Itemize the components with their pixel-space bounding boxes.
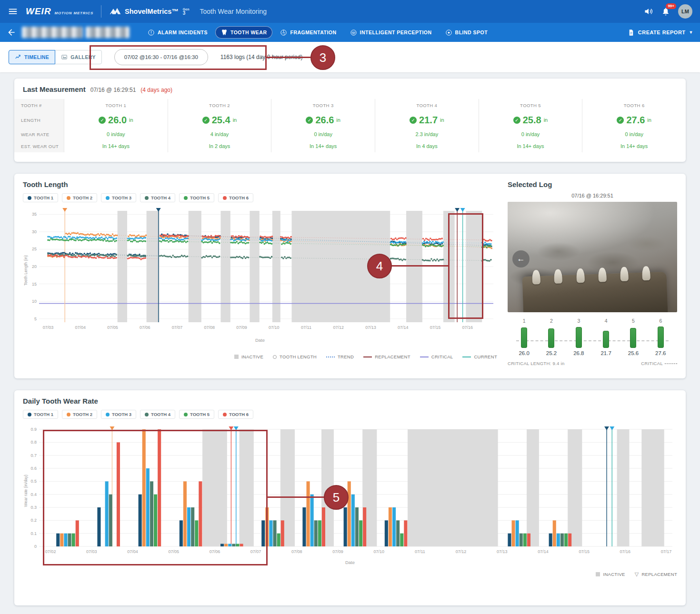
tooth-number: 3 — [577, 318, 580, 324]
wear-rate-series-legend: TOOTH 1TOOTH 2TOOTH 3TOOTH 4TOOTH 5TOOTH… — [23, 410, 677, 419]
series-legend-item[interactable]: TOOTH 6 — [218, 193, 253, 202]
timeline-button[interactable]: TIMELINE — [9, 50, 55, 64]
tooth-wearout-estimate: In 14+ days — [517, 140, 544, 152]
series-color-dot — [145, 196, 149, 200]
svg-text:0.6: 0.6 — [30, 466, 37, 471]
selected-log-title: Selected Log — [508, 180, 677, 188]
series-legend-item[interactable]: TOOTH 1 — [23, 410, 58, 419]
tooth-wearout-estimate: In 4 days — [416, 140, 438, 152]
legend-glyph-line-teal — [462, 357, 471, 357]
series-legend-item[interactable]: TOOTH 5 — [179, 410, 214, 419]
tooth-name: TOOTH 1 — [105, 99, 126, 111]
back-arrow-icon[interactable] — [7, 28, 16, 37]
series-color-dot — [106, 196, 110, 200]
tab-fragmentation[interactable]: FRAGMENTATION — [274, 26, 342, 39]
series-legend-item[interactable]: TOOTH 3 — [101, 193, 136, 202]
tooth-length-indicators: 126.0225.2326.8421.7525.6627.6 — [508, 318, 677, 356]
svg-text:20: 20 — [32, 264, 37, 269]
ok-check-icon: ✓ — [99, 117, 106, 124]
tooth-icon — [221, 29, 228, 36]
legend-glyph-square — [234, 355, 239, 359]
series-legend-item[interactable]: TOOTH 6 — [218, 410, 253, 419]
product-name: ShovelMetrics™ — [125, 8, 179, 15]
svg-text:Tooth Length (in): Tooth Length (in) — [23, 255, 28, 286]
series-color-dot — [145, 413, 149, 416]
chart-legend-item: ▽REPLACEMENT — [635, 572, 677, 577]
chart-legend-item: TREND — [326, 354, 354, 359]
tab-intelligent-perception[interactable]: INTELLIGENT PERCEPTION — [344, 26, 438, 39]
user-avatar[interactable]: LM — [678, 4, 692, 19]
svg-text:07/10: 07/10 — [269, 325, 280, 330]
svg-text:07/03: 07/03 — [43, 325, 54, 330]
legend-glyph-line-dark — [363, 357, 372, 357]
tooth-length-bottom-legend: INACTIVETOOTH LENGTHTRENDREPLACEMENTCRIT… — [23, 354, 497, 359]
measurement-row-labels: TOOTH # LENGTH WEAR RATE EST. WEAR OUT — [14, 99, 64, 152]
tooth-length-bar — [658, 327, 664, 348]
series-legend-label: TOOTH 5 — [190, 195, 210, 200]
series-legend-item[interactable]: TOOTH 1 — [23, 193, 58, 202]
tooth-number: 4 — [605, 318, 608, 324]
series-legend-item[interactable]: TOOTH 4 — [140, 193, 175, 202]
tooth-indicator: 421.7 — [592, 318, 620, 356]
tooth-wear-rate: 0 in/day — [521, 129, 540, 140]
series-color-dot — [223, 413, 227, 416]
series-legend-item[interactable]: TOOTH 2 — [62, 193, 97, 202]
create-report-button[interactable]: CREATE REPORT ▼ — [628, 29, 693, 36]
svg-text:07/08: 07/08 — [291, 549, 302, 554]
tooth-length-bar — [603, 331, 609, 348]
menu-icon[interactable] — [8, 6, 18, 17]
product-generation: Gen3 — [183, 8, 190, 16]
series-legend-label: TOOTH 1 — [34, 195, 53, 200]
tooth-length-value: 27.6 — [626, 115, 645, 126]
svg-text:0.9: 0.9 — [30, 427, 37, 432]
gallery-button[interactable]: GALLERY — [55, 50, 102, 64]
tab-tooth-wear[interactable]: TOOTH WEAR — [215, 26, 273, 39]
shovel-bucket — [522, 272, 668, 312]
tooth-length-bar — [630, 328, 636, 348]
tooth-length-chart[interactable]: Tooth Length (in)510152025303507/0307/04… — [23, 204, 497, 337]
last-measurement-card: Last Measurement 07/16 @ 16:29:51 (4 day… — [14, 79, 686, 162]
tooth-number: 1 — [523, 318, 526, 324]
tooth-length-value: 26.0 — [108, 115, 127, 126]
svg-text:07/09: 07/09 — [332, 549, 343, 554]
series-color-dot — [67, 413, 70, 416]
date-range-selector[interactable]: 07/02 @16:30 - 07/16 @16:30 — [114, 49, 208, 65]
tooth-indicator: 126.0 — [510, 318, 538, 356]
critical-length-text: CRITICAL LENGTH: 9.4 in — [508, 361, 565, 366]
wear-rate-chart[interactable]: Wear rate (in/day)00.10.20.30.40.50.60.7… — [23, 423, 677, 559]
svg-text:07/11: 07/11 — [301, 325, 311, 330]
series-color-dot — [28, 196, 31, 200]
series-legend-item[interactable]: TOOTH 4 — [140, 410, 175, 419]
series-legend-item[interactable]: TOOTH 5 — [179, 193, 214, 202]
series-legend-item[interactable]: TOOTH 2 — [62, 410, 97, 419]
series-legend-item[interactable]: TOOTH 3 — [101, 410, 136, 419]
tab-alarm-incidents[interactable]: ALARM INCIDENTS — [142, 26, 213, 39]
ok-check-icon: ✓ — [306, 117, 313, 124]
page-title: Tooth Wear Monitoring — [200, 8, 267, 15]
secondary-nav: ALARM INCIDENTS TOOTH WEAR FRAGMENTATION… — [0, 23, 700, 42]
equipment-identifier-redacted[interactable] — [22, 27, 130, 38]
length-unit: in — [544, 117, 548, 123]
series-color-dot — [184, 196, 188, 200]
tab-blind-spot[interactable]: BLIND SPOT — [440, 26, 494, 39]
series-color-dot — [184, 413, 188, 416]
notifications-bell-icon[interactable]: 99+ — [661, 7, 670, 16]
last-measurement-timestamp: 07/16 @ 16:29:51 — [90, 87, 136, 93]
nav-tabs: ALARM INCIDENTS TOOTH WEAR FRAGMENTATION… — [142, 26, 493, 39]
svg-text:0.3: 0.3 — [30, 505, 37, 510]
tooth-number: 2 — [550, 318, 553, 324]
svg-text:07/12: 07/12 — [333, 325, 344, 330]
series-legend-label: TOOTH 2 — [73, 195, 92, 200]
tab-label: INTELLIGENT PERCEPTION — [360, 30, 432, 35]
previous-log-button[interactable]: ← — [512, 250, 530, 267]
daily-wear-rate-card: Daily Tooth Wear Rate TOOTH 1TOOTH 2TOOT… — [14, 390, 686, 605]
tooth-name: TOOTH 3 — [313, 99, 334, 111]
volume-icon[interactable] — [644, 7, 653, 16]
tooth-wear-rate: 2.3 in/day — [415, 129, 438, 140]
tooth-indicator: 326.8 — [565, 318, 592, 356]
create-report-label: CREATE REPORT — [638, 30, 686, 35]
svg-text:35: 35 — [32, 212, 37, 217]
last-measurement-ago: (4 days ago) — [140, 87, 172, 93]
tooth-length-reading: 26.8 — [573, 350, 584, 356]
shovelmetrics-icon — [109, 7, 121, 16]
